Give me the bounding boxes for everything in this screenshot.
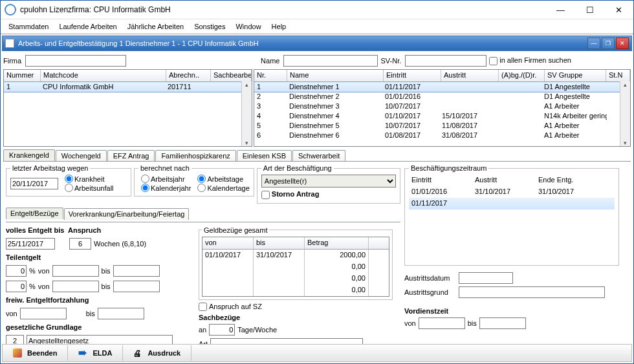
tab-familien[interactable]: Familienhospizkarenz	[155, 150, 235, 162]
exit-icon	[13, 348, 22, 358]
period-group: Beschäftigungszeitraum Eintritt Austritt…	[404, 164, 619, 266]
anspruch-input[interactable]	[69, 238, 91, 250]
geld-row[interactable]: 0,00	[202, 273, 389, 284]
austrittsdatum-input[interactable]	[459, 272, 513, 284]
vordienst-bis[interactable]	[479, 317, 526, 329]
window-title: cpulohn Lizenzfirma: CPU Informatik GmbH	[20, 5, 546, 14]
firma-row[interactable]: 1 CPU Informatik GmbH 201711	[3, 81, 252, 92]
gesetz-label: gesetzliche Grundlage	[6, 323, 82, 331]
firma-grid-header: Nummer Matchcode Abrechn.. Sachbearbei	[4, 70, 252, 82]
geld-row[interactable]: 0,00	[202, 284, 389, 296]
period-row[interactable]: 01/01/2016 31/10/2017 31/10/2017	[409, 186, 615, 198]
tab-schwerarbeit[interactable]: Schwerarbeit	[292, 150, 345, 162]
volles-label: volles Entgelt bis	[6, 226, 65, 234]
beenden-button[interactable]: Beenden	[3, 345, 68, 361]
firma-grid[interactable]: Nummer Matchcode Abrechn.. Sachbearbei 1…	[3, 69, 252, 147]
mdi-title: Arbeits- und Entgeltbestätigung 1 Dienst…	[18, 39, 587, 47]
mdi-icon	[5, 39, 14, 48]
anspruch-label: Anspruch	[68, 226, 101, 234]
menubar: Stammdaten Laufende Arbeiten Jährliche A…	[1, 19, 633, 34]
art-select[interactable]: Angestellte(r)	[261, 175, 396, 187]
radio-kalenderjahr[interactable]: Kalenderjahr	[138, 184, 191, 192]
sv-label: SV-Nr.	[380, 57, 402, 65]
button-bar: Beenden ➠ ELDA 🖨 Ausdruck	[2, 344, 632, 362]
geld-row[interactable]: 01/10/201731/10/20172000,00	[202, 250, 389, 261]
sach-legend: Sachbezüge	[199, 314, 240, 321]
mdi-minimize-button[interactable]: —	[587, 37, 600, 49]
period-row[interactable]: 01/11/2017	[409, 198, 615, 209]
dienstnehmer-grid[interactable]: Nr. Name Eintritt Austritt (A)bg./(D)r. …	[254, 69, 631, 147]
tab-efz[interactable]: EFZ Antrag	[107, 150, 155, 162]
letzter-date-input[interactable]	[10, 178, 58, 189]
allfirms-checkbox[interactable]	[489, 57, 497, 65]
radio-arbeitsjahr[interactable]: Arbeitsjahr	[138, 175, 191, 183]
vordienst-von[interactable]	[419, 317, 465, 329]
print-icon: 🖨	[133, 348, 142, 358]
teil1-bis[interactable]	[113, 265, 160, 277]
freiw-label: freiw. Entgeltfortzahlung	[6, 296, 89, 304]
volles-date-input[interactable]	[6, 238, 55, 250]
menu-laufende[interactable]: Laufende Arbeiten	[54, 21, 122, 32]
dienstnehmer-row[interactable]: 5Dienstnehmer 510/07/201711/08/2017A1 Ar…	[254, 121, 630, 131]
ausdruck-button[interactable]: 🖨 Ausdruck	[123, 345, 191, 361]
maximize-button[interactable]: ☐	[575, 1, 604, 18]
dienstnehmer-row[interactable]: 4Dienstnehmer 401/10/201715/10/2017N14k …	[254, 111, 630, 121]
geld-grid[interactable]: von bis Betrag 01/10/201731/10/20172000,…	[202, 237, 389, 297]
firma-label: Firma	[3, 57, 23, 65]
anspruch-sz-check[interactable]: Anspruch auf SZ	[199, 303, 393, 312]
firma-input[interactable]	[25, 55, 126, 67]
firma-scrollbar[interactable]: ▴▾	[241, 81, 252, 146]
menu-jaehrliche[interactable]: Jährliche Arbeiten	[122, 21, 189, 32]
sv-input[interactable]	[405, 55, 486, 67]
sach-anzahl[interactable]	[209, 324, 235, 336]
austrittsgrund-input[interactable]	[459, 286, 605, 298]
mdi-restore-button[interactable]: ❐	[602, 37, 615, 49]
mdi-titlebar: Arbeits- und Entgeltbestätigung 1 Dienst…	[2, 36, 632, 51]
teil2-von[interactable]	[52, 281, 99, 292]
tab-entgelt[interactable]: Entgelt/Bezüge	[6, 208, 63, 219]
tab-ksb[interactable]: Einlesen KSB	[237, 150, 292, 162]
tabs-main: Krankengeld Wochengeld EFZ Antrag Famili…	[3, 149, 631, 161]
radio-krankheit[interactable]: Krankheit	[62, 175, 114, 183]
window-buttons: — ☐ ✕	[546, 1, 633, 18]
tab-vorerkrankung[interactable]: Vorerkrankung/Einarbeitung/Feiertag	[64, 208, 190, 220]
dienstnehmer-scrollbar[interactable]: ▴▾	[620, 81, 630, 146]
teil1-von[interactable]	[52, 265, 99, 277]
radio-kalendertage[interactable]: Kalendertage	[195, 184, 249, 192]
mdi-close-button[interactable]: ✕	[616, 37, 629, 49]
storno-check[interactable]: Storno Antrag	[261, 190, 320, 198]
geld-row[interactable]: 0,00	[202, 261, 389, 273]
geldbezuege-group: Geldbezüge gesamt von bis Betrag 01/10/2…	[199, 226, 393, 300]
teil2-pct[interactable]	[6, 281, 27, 292]
teilentgelt-label: Teilentgelt	[6, 253, 41, 261]
period-grid[interactable]: Eintritt Austritt Ende Entg. 01/01/2016 …	[409, 175, 615, 261]
menu-window[interactable]: Window	[230, 21, 266, 32]
allfirms-check[interactable]: in allen Firmen suchen	[489, 56, 573, 65]
form-area: letzter Arbeitstag wegen Krankheit Arbei…	[3, 161, 631, 356]
dienstnehmer-row[interactable]: 2Dienstnehmer 201/01/2016D1 Angestellte	[254, 92, 630, 102]
teil2-bis[interactable]	[113, 281, 160, 292]
dienstnehmer-row[interactable]: 1Dienstnehmer 101/11/2017D1 Angestellte	[254, 81, 631, 92]
dienstnehmer-row[interactable]: 3Dienstnehmer 310/07/2017A1 Arbeiter	[254, 102, 630, 111]
tab-krankengeld[interactable]: Krankengeld	[3, 149, 55, 161]
freiw-bis[interactable]	[98, 308, 144, 319]
minimize-button[interactable]: —	[546, 1, 575, 18]
menu-sonstiges[interactable]: Sonstiges	[189, 21, 230, 32]
app-icon	[5, 4, 16, 16]
name-input[interactable]	[283, 55, 378, 67]
elda-button[interactable]: ➠ ELDA	[68, 345, 123, 361]
radio-arbeitsunfall[interactable]: Arbeitsunfall	[62, 184, 114, 192]
menu-stammdaten[interactable]: Stammdaten	[3, 21, 54, 32]
tab-wochengeld[interactable]: Wochengeld	[56, 150, 107, 162]
dienstnehmer-row[interactable]: 6Dienstnehmer 601/08/201731/08/2017A1 Ar…	[254, 131, 630, 140]
name-label: Name	[261, 57, 281, 65]
menu-help[interactable]: Help	[267, 21, 292, 32]
freiw-von[interactable]	[20, 308, 67, 319]
radio-arbeitstage[interactable]: Arbeitstage	[195, 175, 249, 183]
vordienst-label: Vordienstzeit	[404, 307, 448, 315]
letzter-arbeitstag-group: letzter Arbeitstag wegen Krankheit Arbei…	[6, 164, 131, 197]
teil1-pct[interactable]	[6, 265, 27, 277]
titlebar: cpulohn Lizenzfirma: CPU Informatik GmbH…	[1, 1, 633, 19]
close-button[interactable]: ✕	[604, 1, 633, 18]
dienstnehmer-grid-header: Nr. Name Eintritt Austritt (A)bg./(D)r. …	[254, 70, 630, 82]
